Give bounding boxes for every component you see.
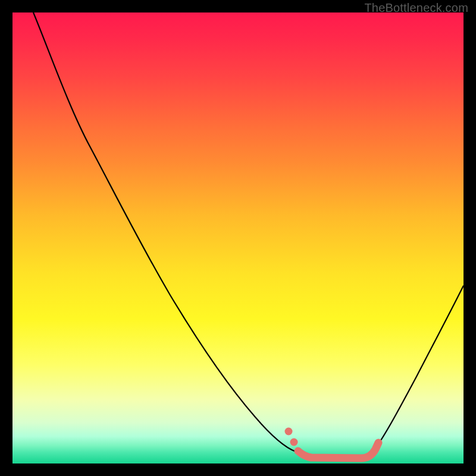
curve-right xyxy=(374,286,464,450)
pink-bottom-arc xyxy=(298,443,378,458)
pink-overlay xyxy=(285,428,379,459)
chart-plot xyxy=(12,12,464,464)
pink-dot-lower xyxy=(290,439,298,446)
pink-dot-upper xyxy=(285,428,293,436)
watermark-text: TheBottleneck.com xyxy=(364,1,468,15)
curve-left xyxy=(33,12,296,452)
chart-frame xyxy=(12,12,464,464)
